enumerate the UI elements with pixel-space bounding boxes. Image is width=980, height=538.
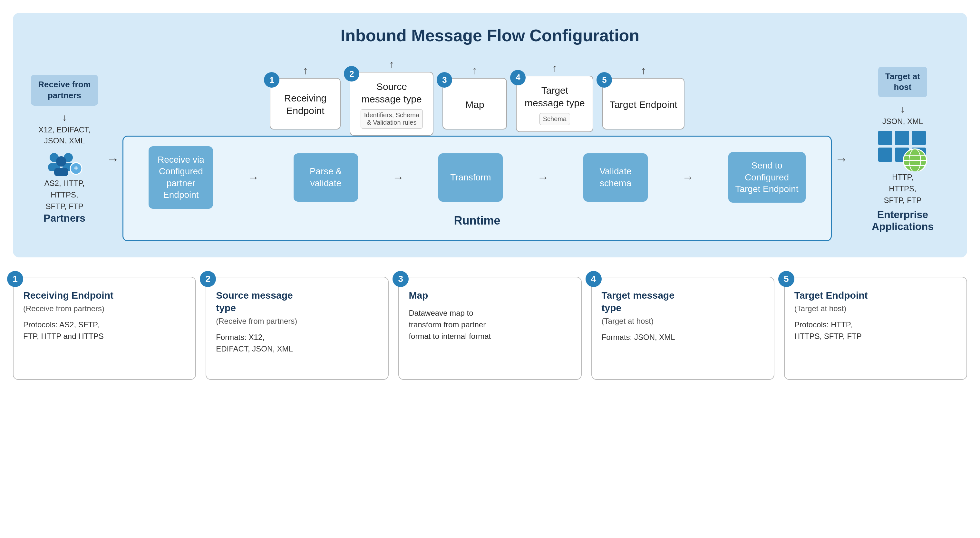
runtime-arrow-12: → (244, 171, 262, 184)
svg-text:+: + (74, 163, 78, 172)
runtime-step-2: Parse &validate (294, 153, 358, 202)
runtime-step-4: Validateschema (583, 153, 648, 202)
card-body-4: Formats: JSON, XML (602, 332, 764, 343)
runtime-step-5: Send toConfiguredTarget Endpoint (728, 152, 806, 203)
box-title-1: ReceivingEndpoint (284, 92, 327, 117)
runtime-label: Runtime (133, 214, 821, 227)
card-badge-2: 2 (200, 271, 216, 287)
center-column: ↑ 1 ReceivingEndpoint ↑ 2 Sourcemessage … (123, 58, 832, 241)
target-formats: JSON, XML (882, 116, 923, 127)
v-arrow-1: ↑ (302, 64, 308, 77)
box-subtitle-2: Identifiers, Schema& Validation rules (361, 109, 423, 129)
step-badge-5: 5 (597, 72, 612, 87)
card-subtitle-4: (Target at host) (602, 317, 764, 326)
config-col-5: ↑ 5 Target Endpoint (602, 64, 684, 130)
partners-formats: X12, EDIFACT,JSON, XML (38, 124, 90, 146)
card-body-5: Protocols: HTTP,HTTPS, SFTP, FTP (794, 319, 957, 342)
partners-label: Partners (43, 212, 85, 224)
arrow-down-1: ↓ (62, 112, 67, 123)
step-badge-3: 3 (437, 72, 452, 87)
card-subtitle-2: (Receive from partners) (216, 317, 378, 326)
partners-protocols: AS2, HTTP,HTTPS,SFTP, FTP (45, 178, 85, 212)
config-box-2: 2 Sourcemessage type Identifiers, Schema… (350, 72, 433, 136)
config-row: ↑ 1 ReceivingEndpoint ↑ 2 Sourcemessage … (123, 58, 832, 136)
runtime-box: Receive viaConfiguredpartnerEndpoint → P… (123, 136, 832, 241)
runtime-arrow-45: → (679, 171, 697, 184)
card-badge-1: 1 (7, 271, 23, 287)
runtime-step-1: Receive viaConfiguredpartnerEndpoint (149, 146, 213, 209)
config-col-3: ↑ 3 Map (442, 64, 507, 130)
bottom-card-2: 2 Source messagetype (Receive from partn… (205, 277, 389, 380)
card-badge-5: 5 (778, 271, 794, 287)
v-arrow-3: ↑ (472, 64, 477, 77)
card-title-2: Source messagetype (216, 289, 378, 314)
receive-from-partners-badge: Receive frompartners (31, 75, 98, 106)
diagram-container: Inbound Message Flow Configuration Recei… (13, 13, 967, 257)
config-col-4: ↑ 4 Targetmessage type Schema (516, 62, 593, 132)
box-title-2: Sourcemessage type (361, 80, 422, 105)
bottom-card-1: 1 Receiving Endpoint (Receive from partn… (13, 277, 196, 380)
partners-column: Receive frompartners ↓ X12, EDIFACT,JSON… (29, 75, 100, 224)
config-box-3: 3 Map (442, 78, 507, 130)
card-badge-3: 3 (393, 271, 409, 287)
enterprise-label: EnterpriseApplications (872, 209, 934, 233)
outer-flow: Receive frompartners ↓ X12, EDIFACT,JSON… (29, 58, 951, 241)
runtime-step-3: Transform (438, 153, 503, 202)
step-badge-2: 2 (344, 66, 360, 81)
arrow-down-target: ↓ (900, 104, 905, 115)
diagram-title: Inbound Message Flow Configuration (29, 26, 951, 45)
partners-icon: + (45, 149, 84, 178)
v-arrow-5: ↑ (641, 64, 646, 77)
card-badge-4: 4 (585, 271, 602, 287)
target-at-host-badge: Target athost (878, 67, 927, 98)
arrow-right-target: → (832, 152, 851, 167)
svg-rect-5 (54, 168, 68, 176)
bottom-card-5: 5 Target Endpoint (Target at host) Proto… (784, 277, 967, 380)
card-body-2: Formats: X12,EDIFACT, JSON, XML (216, 332, 378, 355)
config-box-4: 4 Targetmessage type Schema (516, 76, 593, 132)
config-col-1: ↑ 1 ReceivingEndpoint (270, 64, 340, 130)
card-title-5: Target Endpoint (794, 289, 957, 302)
box-title-5: Target Endpoint (609, 98, 677, 111)
svg-rect-9 (895, 131, 909, 145)
svg-rect-10 (912, 131, 926, 145)
enterprise-icon (877, 130, 928, 171)
svg-rect-11 (878, 148, 892, 162)
target-column: Target athost ↓ JSON, XML HTTP,HT (854, 67, 951, 233)
runtime-arrow-23: → (389, 171, 407, 184)
box-title-3: Map (465, 98, 484, 111)
card-subtitle-1: (Receive from partners) (23, 304, 186, 313)
box-title-4: Targetmessage type (525, 84, 585, 109)
arrow-right-partners: → (103, 152, 123, 167)
card-title-1: Receiving Endpoint (23, 289, 186, 302)
config-col-2: ↑ 2 Sourcemessage type Identifiers, Sche… (350, 58, 433, 136)
bottom-card-4: 4 Target messagetype (Target at host) Fo… (591, 277, 775, 380)
card-subtitle-5: (Target at host) (794, 304, 957, 313)
card-title-4: Target messagetype (602, 289, 764, 314)
v-arrow-4: ↑ (552, 62, 557, 75)
runtime-arrow-34: → (534, 171, 552, 184)
config-box-1: 1 ReceivingEndpoint (270, 78, 340, 130)
step-badge-4: 4 (510, 70, 526, 86)
svg-point-4 (56, 156, 67, 167)
card-body-1: Protocols: AS2, SFTP,FTP, HTTP and HTTPS (23, 319, 186, 342)
v-arrow-2: ↑ (389, 58, 395, 71)
box-subtitle-4: Schema (539, 113, 570, 125)
bottom-card-3: 3 Map Dataweave map totransform from par… (398, 277, 581, 380)
config-box-5: 5 Target Endpoint (602, 78, 684, 130)
target-protocols: HTTP,HTTPS,SFTP, FTP (884, 171, 922, 206)
step-badge-1: 1 (264, 72, 279, 87)
runtime-steps: Receive viaConfiguredpartnerEndpoint → P… (133, 146, 821, 209)
bottom-cards: 1 Receiving Endpoint (Receive from partn… (13, 277, 967, 380)
card-body-3: Dataweave map totransform from partnerfo… (409, 307, 571, 342)
svg-rect-8 (878, 131, 892, 145)
card-title-3: Map (409, 289, 571, 302)
